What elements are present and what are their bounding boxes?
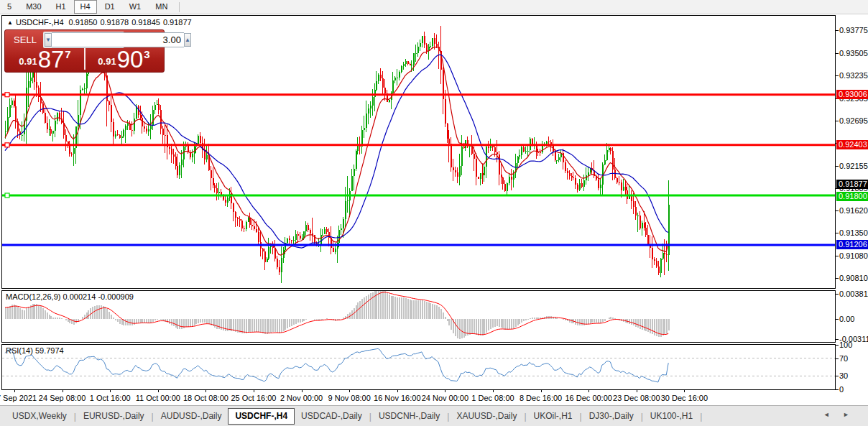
chart-header: ▲USDCHF-,H4 0.918500.918780.918450.91877 (7, 18, 195, 27)
price-tick-label: 0.91080 (839, 251, 868, 260)
chart-tab-dj30-daily[interactable]: DJ30-,Daily (583, 409, 640, 423)
tab-separator: | (580, 412, 582, 422)
rsi-header: RSI(14) 59.7974 (6, 346, 64, 355)
rsi-canvas (2, 345, 835, 389)
price-badge-0.91877: 0.91877 (836, 180, 868, 189)
buy-price-display[interactable]: 0.91903 (85, 47, 163, 70)
rsi-tick-mark (836, 358, 839, 359)
time-tick-mark (158, 390, 159, 392)
sell-button[interactable]: SELL (8, 32, 42, 47)
timeframe-button-h1[interactable]: H1 (50, 0, 73, 14)
macd-pane: MACD(12,26,9) 0.000214 -0.000909 (1, 290, 836, 343)
time-tick-mark (302, 390, 303, 392)
volume-decrease-button[interactable]: ▼ (45, 33, 52, 47)
volume-input[interactable] (52, 32, 184, 47)
time-axis-label: 30 Dec 16:00 (652, 394, 716, 402)
timeframe-button-m30[interactable]: M30 (19, 0, 47, 14)
time-tick-mark (588, 390, 589, 392)
tab-separator: | (152, 412, 154, 422)
trading-platform-window: 5M30H1H4D1W1MN ▲USDCHF-,H4 0.918500.9187… (0, 0, 868, 426)
chart-tab-bar: USDX,Weekly|EURUSD-,Daily|AUDUSD-,DailyU… (0, 405, 868, 426)
buy-button[interactable]: BUY (125, 32, 161, 47)
chart-tab-usdx-weekly[interactable]: USDX,Weekly (6, 409, 73, 423)
price-tick-label: 0.90810 (839, 274, 868, 282)
price-tick-mark (836, 256, 839, 256)
chart-tab-ukoil-h1[interactable]: UKOil-,H1 (527, 409, 579, 423)
chart-tab-usdcnh-daily[interactable]: USDCNH-,Daily (372, 409, 446, 423)
macd-axis-label: 0.00 (839, 315, 854, 323)
time-tick-mark (397, 390, 398, 392)
price-badge-0.91800: 0.91800 (836, 192, 868, 201)
ohlc-close: 0.91877 (163, 18, 192, 27)
sell-price-display[interactable]: 0.91877 (6, 47, 84, 70)
volume-increase-button[interactable]: ▲ (184, 33, 191, 47)
price-tick-label: 0.92695 (839, 116, 868, 125)
chart-tab-uk100-h1[interactable]: UK100-,H1 (644, 409, 699, 423)
chart-tab-usdcad-daily[interactable]: USDCAD-,Daily (295, 409, 369, 423)
price-tick-label: 0.93505 (839, 49, 868, 57)
chart-tab-eurusd-daily[interactable]: EURUSD-,Daily (77, 409, 151, 423)
time-tick-mark (254, 390, 254, 392)
price-tick-label: 0.91620 (839, 206, 868, 215)
main-chart-pane: ▲USDCHF-,H4 0.918500.918780.918450.91877… (1, 15, 836, 289)
price-tick-label: 0.92155 (839, 162, 868, 170)
sell-price-sup: 7 (65, 48, 70, 60)
ohlc-low: 0.91845 (131, 18, 160, 27)
sell-price-prefix: 0.91 (19, 56, 37, 67)
time-tick-mark (63, 390, 63, 392)
chart-tab-usdchf-h4[interactable]: USDCHF-,H4 (228, 408, 295, 425)
one-click-trade-panel: SELL ▼ ▲ BUY 0.91877 0.91903 (4, 29, 165, 73)
time-tick-mark (206, 390, 206, 392)
tab-separator: | (369, 412, 371, 422)
rsi-axis-label: 100 (839, 341, 852, 349)
chart-tab-audusd-daily[interactable]: AUDUSD-,Daily (154, 409, 228, 423)
tab-separator: | (74, 412, 76, 422)
rsi-axis-label: 0 (839, 385, 844, 394)
chart-tab-xauusd-daily[interactable]: XAUUSD-,Daily (450, 409, 523, 423)
time-tick-mark (110, 390, 111, 392)
price-tick-label: 0.91350 (839, 228, 868, 237)
ohlc-open: 0.91850 (69, 18, 98, 27)
macd-header: MACD(12,26,9) 0.000214 -0.000909 (6, 292, 134, 301)
price-tick-mark (836, 210, 839, 211)
price-tick-mark (836, 75, 839, 76)
timeframe-button-h4[interactable]: H4 (74, 0, 97, 14)
tab-separator: | (447, 412, 449, 422)
rsi-tick-mark (836, 389, 839, 390)
rsi-pane: RSI(14) 59.7974 (1, 344, 836, 390)
rsi-axis-label: 30 (839, 371, 848, 380)
price-badge-0.92403: 0.92403 (836, 140, 868, 149)
tab-scroll-arrows[interactable]: ◄ ► (823, 411, 855, 418)
tab-separator: | (700, 412, 702, 422)
macd-axis-label: 0.003811 (839, 290, 868, 298)
macd-tick-mark (836, 319, 839, 320)
sell-price-big: 87 (38, 49, 65, 70)
price-tick-mark (836, 53, 839, 54)
tab-separator: | (641, 412, 643, 422)
rsi-axis-label: 70 (839, 354, 848, 363)
timeframe-button-5[interactable]: 5 (1, 0, 18, 14)
macd-tick-mark (836, 339, 839, 340)
price-badge-0.93006: 0.93006 (836, 90, 868, 99)
time-tick-mark (14, 390, 15, 392)
time-tick-mark (349, 390, 350, 392)
collapse-triangle-icon[interactable]: ▲ (7, 19, 13, 26)
timeframe-button-mn[interactable]: MN (149, 0, 174, 14)
price-badge-0.91206: 0.91206 (836, 240, 868, 249)
price-tick-label: 0.93235 (839, 71, 868, 80)
macd-tick-mark (836, 294, 839, 295)
buy-price-big: 90 (117, 49, 144, 70)
rsi-tick-mark (836, 345, 839, 346)
price-tick-mark (836, 121, 839, 121)
buy-price-sup: 3 (144, 48, 149, 60)
price-tick-mark (836, 233, 839, 233)
timeframe-toolbar: 5M30H1H4D1W1MN (0, 0, 868, 14)
timeframe-button-d1[interactable]: D1 (98, 0, 121, 14)
price-tick-mark (836, 278, 839, 279)
tab-separator: | (524, 412, 526, 422)
toolbar-separator (179, 2, 180, 12)
time-tick-mark (684, 390, 685, 392)
ohlc-high: 0.91878 (100, 18, 129, 27)
time-tick-mark (541, 390, 542, 392)
timeframe-button-w1[interactable]: W1 (123, 0, 148, 14)
